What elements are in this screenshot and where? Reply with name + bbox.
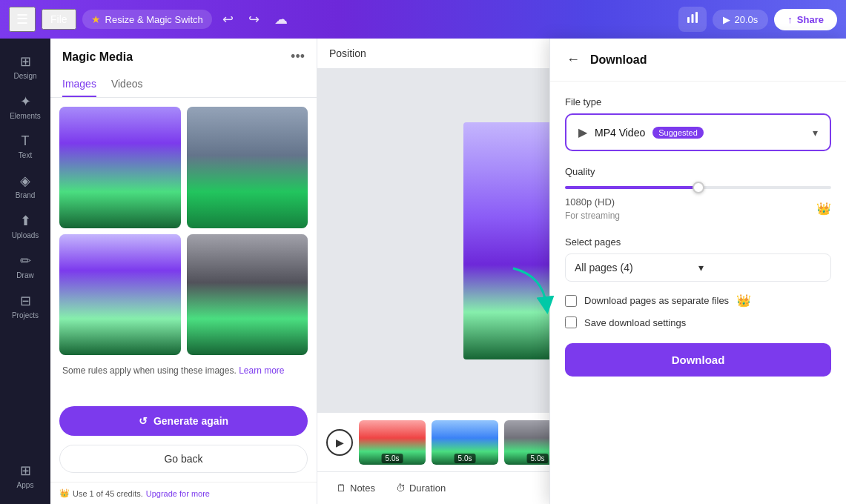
topbar: ☰ File ★ Resize & Magic Switch ↩ ↪ ☁ ▶ 2… xyxy=(0,0,846,39)
analytics-button[interactable] xyxy=(678,7,707,32)
learn-more-link[interactable]: Learn more xyxy=(239,365,284,376)
duration-badge: 5.0s xyxy=(527,454,549,463)
panel-scroll: ••• ••• ••• ••• Some rules apply when us… xyxy=(50,98,317,397)
notes-icon: 🗒 xyxy=(337,483,346,494)
preview-button[interactable]: ▶ 20.0s xyxy=(713,10,769,30)
select-pages-label: Select pages xyxy=(565,236,831,248)
panel-tabs: Images Videos xyxy=(50,72,317,98)
file-type-row[interactable]: ▶ MP4 Video Suggested ▾ xyxy=(569,118,827,147)
sidebar-item-elements[interactable]: ✦ Elements xyxy=(4,87,47,126)
filmstrip-play-button[interactable]: ▶ xyxy=(326,429,353,456)
uploads-icon: ⬆ xyxy=(20,213,31,229)
separate-crown-icon: 👑 xyxy=(736,294,751,308)
save-settings-checkbox[interactable] xyxy=(565,316,577,328)
download-header: ← Download xyxy=(550,39,846,82)
generate-label: Generate again xyxy=(153,415,228,427)
resize-magic-button[interactable]: ★ Resize & Magic Switch xyxy=(82,10,212,29)
file-type-left: ▶ MP4 Video Suggested xyxy=(578,125,704,139)
file-button[interactable]: File xyxy=(42,9,76,30)
canvas-area: Position ‹ ▶ 5.0s 5.0s 5.0s 5.0s xyxy=(317,39,846,504)
quality-section: Quality 1080p (HD) For streaming 👑 xyxy=(565,166,831,222)
crown-icon: 👑 xyxy=(59,488,70,498)
list-item[interactable]: ••• xyxy=(59,234,181,356)
quality-streaming: For streaming xyxy=(565,210,620,221)
generate-again-button[interactable]: ↺ Generate again xyxy=(59,406,308,436)
sidebar-item-text[interactable]: T Text xyxy=(4,127,47,165)
video-icon: ▶ xyxy=(578,125,587,139)
quality-label: Quality xyxy=(565,166,831,177)
select-pages-section: Select pages All pages (4) ▾ xyxy=(565,236,831,282)
notes-button[interactable]: 🗒 Notes xyxy=(329,479,383,497)
panel-header: Magic Media ••• xyxy=(50,39,317,72)
duration-badge: 5.0s xyxy=(455,454,476,463)
separate-files-label: Download pages as separate files xyxy=(584,295,729,306)
projects-icon: ⊟ xyxy=(20,293,31,309)
credits-text: Use 1 of 45 credits. xyxy=(73,489,143,498)
separate-files-checkbox[interactable] xyxy=(565,295,577,307)
cloud-save-button[interactable]: ☁ xyxy=(270,8,292,30)
list-item[interactable]: ••• xyxy=(187,107,308,228)
svg-rect-1 xyxy=(691,14,693,23)
design-label: Design xyxy=(13,72,36,80)
download-title: Download xyxy=(590,53,647,67)
text-icon: T xyxy=(22,133,30,149)
share-label: Share xyxy=(797,14,824,25)
quality-info-row: 1080p (HD) For streaming 👑 xyxy=(565,195,831,222)
sidebar-item-brand[interactable]: ◈ Brand xyxy=(4,167,47,205)
text-label: Text xyxy=(19,151,32,159)
quality-slider[interactable] xyxy=(565,186,831,189)
panel-more-button[interactable]: ••• xyxy=(291,49,305,64)
draw-label: Draw xyxy=(16,271,33,279)
notes-label: Notes xyxy=(350,483,375,494)
svg-rect-0 xyxy=(687,17,690,23)
suggested-badge: Suggested xyxy=(652,127,704,139)
filmstrip-thumb[interactable]: 5.0s xyxy=(432,420,498,465)
main-layout: ⊞ Design ✦ Elements T Text ◈ Brand ⬆ Upl… xyxy=(0,39,846,504)
list-item[interactable]: ••• xyxy=(59,107,181,228)
elements-label: Elements xyxy=(10,112,41,120)
filmstrip-thumb[interactable]: 5.0s xyxy=(359,420,426,465)
sidebar-item-draw[interactable]: ✏ Draw xyxy=(4,247,47,285)
credits-bar: 👑 Use 1 of 45 credits. Upgrade for more xyxy=(50,482,317,504)
brand-icon: ◈ xyxy=(20,173,30,189)
sidebar-item-projects[interactable]: ⊟ Projects xyxy=(4,287,47,325)
go-back-button[interactable]: Go back xyxy=(59,445,308,473)
pages-value: All pages (4) xyxy=(575,262,698,273)
redo-button[interactable]: ↪ xyxy=(244,8,264,30)
sidebar-item-apps[interactable]: ⊞ Apps xyxy=(4,457,47,495)
upgrade-link[interactable]: Upgrade for more xyxy=(146,489,210,498)
draw-icon: ✏ xyxy=(20,253,31,269)
svg-rect-2 xyxy=(695,12,698,23)
share-icon: ↑ xyxy=(787,14,793,25)
pages-dropdown-arrow-icon: ▾ xyxy=(698,262,822,273)
apps-icon: ⊞ xyxy=(20,462,31,479)
panel-notice: Some rules apply when using these images… xyxy=(59,364,308,377)
list-item[interactable]: ••• xyxy=(187,234,308,356)
bottom-toolbar-left: 🗒 Notes ⏱ Duration xyxy=(329,479,453,497)
uploads-label: Uploads xyxy=(12,231,39,239)
save-settings-label: Save download settings xyxy=(584,317,686,328)
duration-label: Duration xyxy=(409,483,446,494)
play-duration: 20.0s xyxy=(735,14,759,25)
share-button[interactable]: ↑ Share xyxy=(774,9,837,30)
elements-icon: ✦ xyxy=(20,93,31,110)
quality-value: 1080p (HD) xyxy=(565,196,615,208)
duration-icon: ⏱ xyxy=(396,483,406,494)
left-panel: Magic Media ••• Images Videos ••• ••• ••… xyxy=(50,39,317,504)
tab-images[interactable]: Images xyxy=(62,72,96,97)
position-label: Position xyxy=(329,47,366,59)
undo-button[interactable]: ↩ xyxy=(218,8,238,30)
duration-button[interactable]: ⏱ Duration xyxy=(389,479,453,497)
quality-slider-row xyxy=(565,183,831,192)
download-button[interactable]: Download xyxy=(565,343,831,377)
menu-icon[interactable]: ☰ xyxy=(9,7,36,32)
generate-icon: ↺ xyxy=(139,415,148,427)
sidebar-item-uploads[interactable]: ⬆ Uploads xyxy=(4,207,47,245)
separate-files-row: Download pages as separate files 👑 xyxy=(565,294,831,308)
download-back-button[interactable]: ← xyxy=(565,50,581,69)
pages-dropdown[interactable]: All pages (4) ▾ xyxy=(565,253,831,282)
brand-label: Brand xyxy=(16,191,36,199)
play-icon: ▶ xyxy=(723,14,730,25)
sidebar-item-design[interactable]: ⊞ Design xyxy=(4,47,47,86)
tab-videos[interactable]: Videos xyxy=(111,72,143,97)
